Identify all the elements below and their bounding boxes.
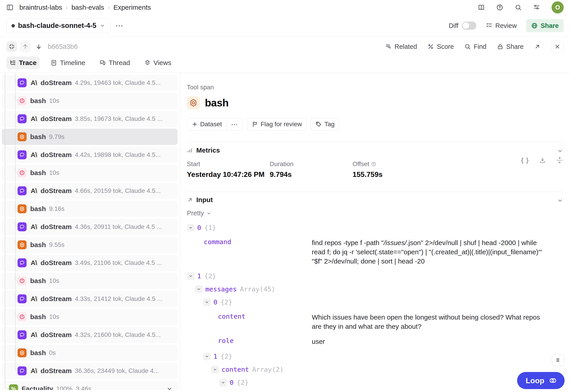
- loop-button[interactable]: Loop: [517, 372, 565, 389]
- span-meta: 4.33s, 21412 tok, Claude 4.5 ...: [75, 295, 162, 302]
- tab-thread[interactable]: Thread: [96, 56, 133, 69]
- arrow-up-icon: [22, 43, 28, 50]
- thread-icon: [99, 59, 106, 66]
- chevron-down-icon[interactable]: [166, 386, 173, 390]
- anthropic-logo-icon: A\: [31, 79, 37, 87]
- add-to-dataset-button[interactable]: Dataset: [187, 118, 227, 130]
- collapse-node-icon[interactable]: [195, 285, 203, 293]
- error-span-icon: [17, 168, 27, 177]
- tab-trace[interactable]: Trace: [6, 56, 40, 69]
- close-trace-button[interactable]: [551, 40, 564, 53]
- sidebar-toggle-icon[interactable]: [6, 4, 14, 11]
- span-row-bash-error[interactable]: bash 10s: [2, 93, 178, 109]
- collapse-node-icon[interactable]: [203, 298, 211, 306]
- tab-views[interactable]: Views: [141, 56, 174, 69]
- flag-for-review-button[interactable]: Flag for review: [247, 118, 307, 130]
- span-row-dostream[interactable]: A\ doStream 36.36s, 23449 tok, Claude 4.…: [2, 363, 178, 379]
- span-row-factuality[interactable]: % Factuality 100%, 3.46s: [2, 381, 178, 390]
- collapse-panel-button[interactable]: [6, 41, 17, 52]
- anthropic-logo-icon: A\: [31, 367, 37, 375]
- collapse-node-icon[interactable]: [203, 353, 211, 360]
- span-row-dostream[interactable]: A\ doStream 4.33s, 21412 tok, Claude 4.5…: [2, 291, 178, 307]
- breadcrumb-project[interactable]: bash-evals: [71, 4, 104, 11]
- json-key: messages: [205, 285, 237, 293]
- span-label: bash: [30, 241, 46, 249]
- share-button[interactable]: Share: [526, 19, 564, 32]
- percent-icon: [427, 43, 434, 50]
- breadcrumb-org[interactable]: braintrust-labs: [19, 4, 62, 11]
- experiment-selector[interactable]: bash-claude-sonnet-4-5: [6, 18, 111, 33]
- span-row-bash-selected[interactable]: bash 9.79s: [2, 129, 178, 145]
- breadcrumb-page[interactable]: Experiments: [114, 4, 151, 11]
- anthropic-logo-icon: A\: [31, 151, 37, 159]
- span-row-bash-error[interactable]: bash 10s: [2, 309, 178, 325]
- span-label: doStream: [41, 295, 71, 303]
- span-row-dostream[interactable]: A\ doStream 4.66s, 20159 tok, Claude 4.5…: [2, 183, 178, 199]
- arrow-down-icon: [35, 43, 42, 50]
- search-icon[interactable]: [515, 4, 522, 11]
- span-row-dostream[interactable]: A\ doStream 4.36s, 20911 tok, Claude 4.5…: [2, 219, 178, 235]
- collapse-node-icon[interactable]: [187, 224, 195, 232]
- span-row-dostream[interactable]: A\ doStream 4.29s, 19463 tok, Claude 4.5…: [2, 75, 178, 91]
- tag-icon: [315, 121, 322, 127]
- anthropic-logo-icon: A\: [31, 259, 37, 267]
- span-row-bash[interactable]: bash 9.55s: [2, 237, 178, 253]
- tree-connector: [5, 384, 9, 389]
- json-key: 1: [214, 353, 217, 360]
- lock-icon: [497, 43, 504, 50]
- span-kind-label: Tool span: [187, 84, 564, 91]
- span-label: bash: [30, 349, 46, 357]
- arrow-up-right-icon: [187, 197, 193, 203]
- trace-tabs: Trace Timeline Thread Views: [6, 56, 564, 73]
- format-selector[interactable]: Pretty: [187, 210, 564, 217]
- metric-duration-value: 9.794s: [270, 170, 353, 179]
- metrics-heading: Metrics: [196, 146, 220, 154]
- dataset-more-button[interactable]: ⋯: [227, 118, 243, 130]
- llm-span-icon: [17, 258, 27, 267]
- experiment-more-button[interactable]: ⋯: [115, 21, 124, 30]
- collapse-node-icon[interactable]: [211, 366, 219, 373]
- docs-icon[interactable]: [478, 4, 485, 11]
- share-span-button[interactable]: Share: [497, 43, 524, 50]
- related-button[interactable]: Related: [385, 43, 417, 50]
- next-span-button[interactable]: [33, 41, 44, 52]
- diff-label: Diff: [449, 22, 458, 29]
- span-label: doStream: [41, 223, 71, 231]
- llm-span-icon: [17, 78, 27, 87]
- settings-icon[interactable]: [533, 4, 540, 11]
- span-row-dostream[interactable]: A\ doStream 3.85s, 19673 tok, Claude 4.5…: [2, 111, 178, 127]
- help-icon[interactable]: [496, 4, 503, 11]
- find-button[interactable]: Find: [464, 43, 486, 50]
- span-row-bash-error[interactable]: bash 10s: [2, 165, 178, 181]
- span-label: doStream: [41, 79, 71, 87]
- avatar[interactable]: O: [552, 1, 564, 14]
- prev-span-button[interactable]: [20, 41, 31, 52]
- collapse-node-icon[interactable]: [219, 379, 227, 386]
- tool-span-icon: [17, 204, 27, 213]
- span-row-dostream[interactable]: A\ doStream 4.32s, 21600 tok, Claude 4.5…: [2, 327, 178, 343]
- score-button[interactable]: Score: [427, 43, 454, 50]
- span-row-dostream[interactable]: A\ doStream 3.49s, 21106 tok, Claude 4.5…: [2, 255, 178, 271]
- span-row-bash[interactable]: bash 9.16s: [2, 201, 178, 217]
- span-row-bash-error[interactable]: bash 10s: [2, 273, 178, 289]
- info-icon[interactable]: [371, 161, 376, 167]
- span-row-dostream[interactable]: A\ doStream 4.42s, 19898 tok, Claude 4.5…: [2, 147, 178, 163]
- metric-start-value: Yesterday 10:47:26 PM: [187, 170, 270, 179]
- span-row-bash[interactable]: bash 0s: [2, 345, 178, 361]
- tool-span-icon: [17, 348, 27, 357]
- json-node-meta: {1}: [204, 224, 216, 232]
- collapse-section-icon[interactable]: [557, 148, 563, 154]
- span-label: bash: [30, 133, 46, 141]
- collapse-section-icon[interactable]: [557, 197, 563, 204]
- top-bar: braintrust-labs › bash-evals › Experimen…: [0, 0, 570, 15]
- open-external-icon[interactable]: [534, 43, 541, 50]
- json-key: command: [204, 238, 312, 266]
- dataset-split-button: Dataset ⋯: [187, 118, 243, 130]
- collapse-node-icon[interactable]: [187, 272, 195, 280]
- tag-button[interactable]: Tag: [311, 118, 339, 130]
- diff-toggle[interactable]: [462, 22, 476, 30]
- review-button[interactable]: Review: [486, 22, 517, 29]
- panel-menu-button[interactable]: [552, 354, 564, 366]
- llm-span-icon: [17, 366, 27, 375]
- tab-timeline[interactable]: Timeline: [47, 56, 88, 69]
